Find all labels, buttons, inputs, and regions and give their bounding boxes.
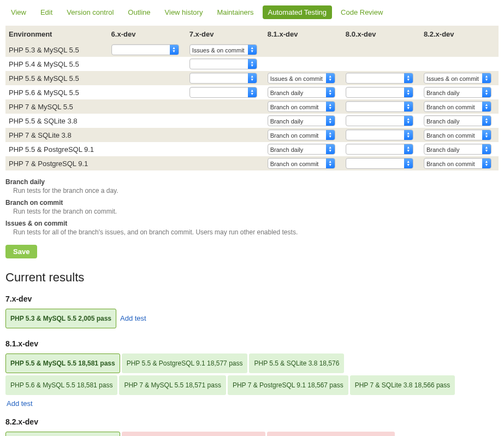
tab-automated-testing[interactable]: Automated Testing [263, 5, 332, 19]
schedule-select-value: Branch on commit [268, 158, 326, 168]
schedule-select[interactable]: ▲▼ [346, 144, 413, 155]
chevron-updown-icon: ▲▼ [404, 144, 413, 154]
environment-label: PHP 5.5 & SQLite 3.8 [5, 114, 108, 128]
schedule-select[interactable]: Branch on commit▲▼ [268, 101, 335, 112]
chevron-updown-icon: ▲▼ [404, 130, 413, 140]
result-chip[interactable]: PHP 5.5 & PostgreSQL 9.1 18,577 pass [122, 353, 248, 373]
schedule-select-value: Branch daily [268, 116, 326, 126]
tabs-bar: ViewEditVersion controlOutlineView histo… [5, 5, 499, 23]
tab-view-history[interactable]: View history [159, 5, 209, 19]
schedule-select[interactable]: Issues & on commit▲▼ [189, 44, 257, 55]
result-chip[interactable]: PHP 5.6 & MySQL 5.5 18,581 pass [5, 375, 117, 395]
chevron-updown-icon: ▲▼ [482, 130, 491, 140]
result-chip[interactable]: PHP 5.5 & MySQL 5.5 18,519 pass [5, 432, 120, 436]
tab-outline[interactable]: Outline [122, 5, 156, 19]
result-chip[interactable]: PHP 7 & SQLite 3.8 18,566 pass [350, 375, 455, 395]
definition-term: Issues & on commit [5, 220, 499, 227]
chevron-updown-icon: ▲▼ [482, 102, 491, 111]
environment-label: PHP 5.5 & PostgreSQL 9.1 [5, 142, 108, 156]
grid-cell [108, 142, 186, 156]
grid-cell: Issues & on commit▲▼ [264, 71, 342, 85]
schedule-select[interactable]: Branch on commit▲▼ [268, 129, 335, 140]
schedule-select[interactable]: ▲▼ [189, 87, 257, 98]
schedule-select[interactable]: ▲▼ [346, 87, 413, 98]
grid-cell [420, 57, 499, 71]
schedule-select[interactable]: ▲▼ [346, 115, 413, 126]
schedule-select[interactable]: Branch daily▲▼ [424, 144, 491, 155]
schedule-select-value: Branch on commit [424, 158, 482, 168]
definition-term: Branch daily [5, 178, 499, 186]
grid-cell: Branch daily▲▼ [264, 85, 342, 99]
schedule-select-value: Branch on commit [424, 102, 482, 111]
tab-version-control[interactable]: Version control [61, 5, 119, 19]
grid-cell [186, 142, 264, 156]
grid-cell: Branch daily▲▼ [264, 142, 342, 156]
schedule-select[interactable]: ▲▼ [189, 73, 257, 84]
schedule-select[interactable]: Branch on commit▲▼ [424, 129, 491, 140]
schedule-select-value: Branch on commit [268, 130, 326, 140]
schedule-select-value: Branch daily [424, 116, 482, 126]
column-header: 8.1.x-dev [264, 26, 342, 43]
chevron-updown-icon: ▲▼ [482, 87, 491, 97]
result-chip[interactable]: PHP 7 & MySQL 5.5 18,571 pass [119, 375, 226, 395]
schedule-select[interactable]: ▲▼ [189, 58, 257, 69]
table-row: PHP 5.5 & SQLite 3.8Branch daily▲▼▲▼Bran… [5, 114, 499, 128]
grid-cell [108, 128, 186, 142]
grid-cell: ▲▼ [342, 71, 420, 85]
schedule-select[interactable]: ▲▼ [111, 44, 179, 55]
grid-cell: Branch on commit▲▼ [264, 156, 342, 170]
schedule-select[interactable]: ▲▼ [346, 101, 413, 112]
grid-cell: Issues & on commit▲▼ [186, 43, 264, 57]
result-chip[interactable]: PHP 5.3 & MySQL 5.5 2,005 pass [5, 309, 116, 328]
schedule-select[interactable]: Branch daily▲▼ [268, 144, 335, 155]
grid-cell: ▲▼ [186, 85, 264, 99]
schedule-select[interactable]: ▲▼ [346, 73, 413, 84]
result-chip[interactable]: PHP 5.5 & SQLite 3.8 18,513 pass, 3 fail [267, 432, 395, 436]
schedule-select[interactable]: ▲▼ [346, 158, 413, 169]
table-row: PHP 5.6 & MySQL 5.5▲▼Branch daily▲▼▲▼Bra… [5, 85, 499, 99]
table-row: PHP 5.5 & PostgreSQL 9.1Branch daily▲▼▲▼… [5, 142, 499, 156]
schedule-select-value [346, 144, 404, 154]
result-row: PHP 5.6 & MySQL 5.5 18,581 passPHP 7 & M… [5, 374, 499, 396]
tab-code-review[interactable]: Code Review [335, 5, 388, 19]
result-chip[interactable]: PHP 7 & PostgreSQL 9.1 18,567 pass [228, 375, 348, 395]
grid-cell [342, 43, 420, 57]
schedule-select[interactable]: Branch daily▲▼ [268, 115, 335, 126]
add-test-link[interactable]: Add test [7, 399, 33, 408]
chevron-updown-icon: ▲▼ [326, 144, 335, 154]
grid-cell [264, 57, 342, 71]
add-test-link[interactable]: Add test [120, 314, 146, 322]
schedule-select[interactable]: Issues & on commit▲▼ [424, 73, 491, 84]
chevron-updown-icon: ▲▼ [326, 87, 335, 97]
grid-cell: Branch daily▲▼ [420, 114, 499, 128]
table-row: PHP 7 & MySQL 5.5Branch on commit▲▼▲▼Bra… [5, 99, 499, 114]
schedule-select-value: Branch daily [268, 87, 326, 97]
schedule-select-value: Branch daily [424, 87, 482, 97]
schedule-select[interactable]: Branch on commit▲▼ [424, 101, 491, 112]
schedule-select[interactable]: Branch daily▲▼ [424, 87, 491, 98]
schedule-select-value [190, 87, 248, 97]
result-chip[interactable]: PHP 5.5 & PostgreSQL 9.1 18,514 pass, 3 … [122, 432, 265, 436]
schedule-select[interactable]: Branch daily▲▼ [424, 115, 491, 126]
grid-cell: ▲▼ [186, 57, 264, 71]
schedule-select-value: Branch on commit [268, 102, 326, 111]
schedule-select[interactable]: Issues & on commit▲▼ [268, 73, 335, 84]
table-row: PHP 7 & PostgreSQL 9.1Branch on commit▲▼… [5, 156, 499, 170]
result-chip[interactable]: PHP 5.5 & SQLite 3.8 18,576 [249, 353, 344, 373]
schedule-select-value [346, 130, 404, 140]
schedule-select[interactable]: Branch daily▲▼ [268, 87, 335, 98]
result-chip[interactable]: PHP 5.5 & MySQL 5.5 18,581 pass [5, 353, 120, 373]
definition-desc: Run tests for the branch on commit. [13, 208, 499, 215]
save-button[interactable]: Save [5, 245, 37, 258]
schedule-select[interactable]: Branch on commit▲▼ [424, 158, 491, 169]
schedule-select[interactable]: Branch on commit▲▼ [268, 158, 335, 169]
tab-maintainers[interactable]: Maintainers [211, 5, 259, 19]
tab-edit[interactable]: Edit [35, 5, 58, 19]
branch-heading: 7.x-dev [5, 294, 499, 303]
schedule-select[interactable]: ▲▼ [346, 129, 413, 140]
environment-label: PHP 5.5 & MySQL 5.5 [5, 71, 108, 85]
schedule-select-value [190, 73, 248, 83]
chevron-updown-icon: ▲▼ [404, 102, 413, 111]
grid-cell: Branch on commit▲▼ [264, 99, 342, 114]
tab-view[interactable]: View [5, 5, 32, 19]
